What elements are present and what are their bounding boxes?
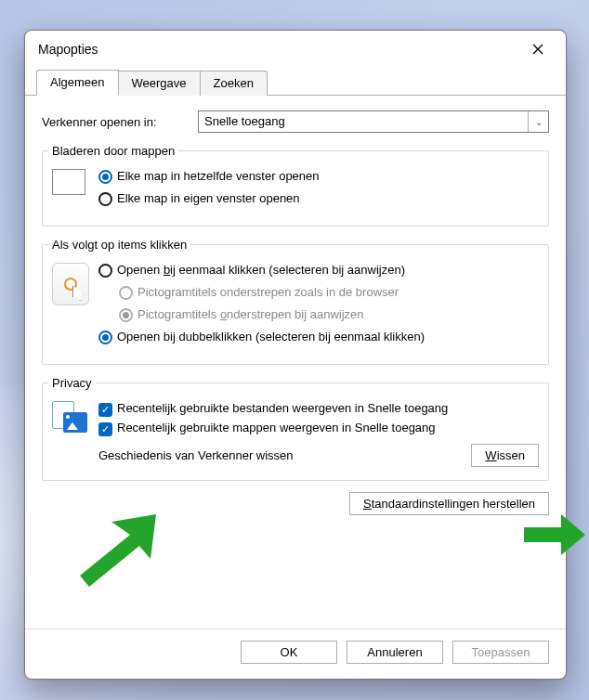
open-in-dropdown-button[interactable]: ⌄	[528, 111, 548, 132]
recent-items-icon	[52, 401, 91, 440]
radio-underline-point-label: Pictogramtitels onderstrepen bij aanwijz…	[137, 307, 539, 322]
radio-icon	[119, 286, 133, 300]
privacy-legend: Privacy	[48, 376, 96, 390]
cursor-icon	[52, 263, 89, 305]
tab-view[interactable]: Weergave	[118, 71, 201, 96]
radio-icon	[98, 264, 112, 278]
window-icon	[52, 169, 85, 195]
folder-options-dialog: Mapopties Algemeen Weergave Zoeken Verke…	[24, 30, 567, 680]
tab-general-label: Algemeen	[50, 75, 105, 89]
restore-defaults-row: Standaardinstellingen herstellen	[42, 492, 549, 515]
radio-underline-point: Pictogramtitels onderstrepen bij aanwijz…	[119, 307, 539, 326]
cancel-button[interactable]: Annuleren	[347, 641, 443, 664]
radio-own-window-label: Elke map in eigen venster openen	[117, 191, 539, 206]
tab-general[interactable]: Algemeen	[36, 70, 119, 96]
check-recent-files[interactable]: ✓ Recentelijk gebruikte bestanden weerge…	[98, 401, 539, 417]
apply-button[interactable]: Toepassen	[452, 641, 549, 664]
close-icon	[532, 44, 543, 55]
clear-history-button[interactable]: Wissen	[471, 444, 539, 467]
radio-icon	[98, 170, 112, 184]
privacy-group: Privacy ✓ Recentelijk gebruikte bestande…	[42, 376, 549, 482]
window-title: Mapopties	[38, 42, 98, 57]
open-in-row: Verkenner openen in: Snelle toegang ⌄	[42, 110, 549, 133]
titlebar: Mapopties	[25, 31, 566, 68]
tabs: Algemeen Weergave Zoeken	[25, 68, 566, 96]
radio-own-window[interactable]: Elke map in eigen venster openen	[98, 191, 539, 210]
browse-folders-icon	[52, 165, 98, 195]
radio-icon	[98, 192, 112, 206]
ok-button[interactable]: OK	[241, 641, 337, 664]
tab-view-label: Weergave	[132, 76, 187, 90]
check-recent-folders[interactable]: ✓ Recentelijk gebruikte mappen weergeven…	[98, 421, 539, 436]
radio-icon	[98, 331, 112, 344]
dialog-footer: OK Annuleren Toepassen	[25, 629, 566, 679]
radio-same-window[interactable]: Elke map in hetzelfde venster openen	[98, 169, 539, 188]
radio-single-click-label: Openen bij eenmaal klikken (selecteren b…	[117, 263, 539, 278]
browse-folders-group: Bladeren door mappen Elke map in hetzelf…	[42, 144, 549, 227]
clear-history-row: Geschiedenis van Verkenner wissen Wissen	[98, 444, 539, 467]
radio-underline-browser-label: Pictogramtitels onderstrepen zoals in de…	[137, 285, 539, 300]
checkbox-icon: ✓	[98, 422, 112, 436]
browse-folders-legend: Bladeren door mappen	[48, 144, 178, 158]
close-button[interactable]	[519, 35, 556, 63]
open-in-label: Verkenner openen in:	[42, 115, 198, 129]
radio-double-click[interactable]: Openen bij dubbelklikken (selecteren bij…	[98, 330, 539, 348]
click-items-legend: Als volgt op items klikken	[48, 238, 190, 252]
tab-search[interactable]: Zoeken	[200, 71, 268, 96]
clear-history-label: Geschiedenis van Verkenner wissen	[98, 448, 471, 462]
radio-underline-browser: Pictogramtitels onderstrepen zoals in de…	[119, 285, 539, 304]
chevron-down-icon: ⌄	[535, 117, 543, 127]
click-items-group: Als volgt op items klikken Openen bij ee…	[42, 238, 549, 365]
radio-icon	[119, 308, 133, 322]
radio-double-click-label: Openen bij dubbelklikken (selecteren bij…	[117, 330, 539, 344]
dialog-body: Verkenner openen in: Snelle toegang ⌄ Bl…	[25, 96, 566, 629]
tab-search-label: Zoeken	[214, 76, 254, 90]
open-in-combobox[interactable]: Snelle toegang ⌄	[198, 110, 549, 133]
radio-single-click[interactable]: Openen bij eenmaal klikken (selecteren b…	[98, 263, 539, 281]
restore-defaults-button[interactable]: Standaardinstellingen herstellen	[349, 492, 549, 515]
radio-same-window-label: Elke map in hetzelfde venster openen	[117, 169, 539, 184]
check-recent-folders-label: Recentelijk gebruikte mappen weergeven i…	[117, 421, 539, 435]
check-recent-files-label: Recentelijk gebruikte bestanden weergeve…	[117, 401, 539, 416]
checkbox-icon: ✓	[98, 403, 112, 417]
open-in-value: Snelle toegang	[199, 111, 528, 132]
